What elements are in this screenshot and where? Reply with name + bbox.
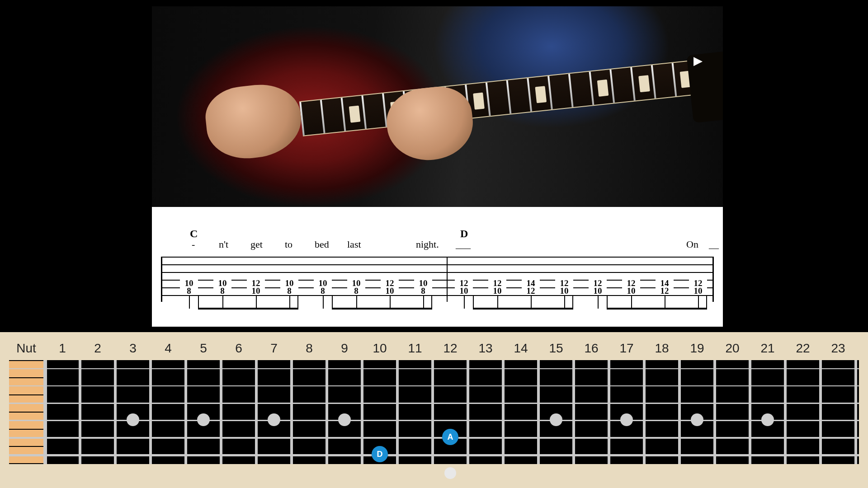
active-note-dot[interactable]: A [442,429,458,445]
fret-number: 8 [306,341,313,356]
fret-number: 20 [725,341,739,356]
interactive-fretboard[interactable]: Nut 123456789101112131415161718192021222… [0,332,868,488]
chord-label: D [460,228,468,240]
fret-number: 18 [655,341,669,356]
tab-line [161,257,714,258]
lyric-word: night. [416,239,439,250]
tab-line [161,264,714,265]
fret-number: 15 [549,341,563,356]
guitar-headstock-graphic [687,48,723,123]
fret-marker-dot [127,413,139,426]
fret-wire [749,360,751,464]
lyric-word: - [192,239,195,250]
fretboard-string[interactable] [9,437,859,439]
tab-beam [607,295,707,310]
fret-number: 16 [584,341,598,356]
fret-wire [678,360,681,464]
fret-number: 1 [59,341,66,356]
fret-marker-bottom [444,467,456,479]
lesson-video-pane: ▶ CD -n'tgettobedlastnight.___On__ 10810… [0,0,868,332]
lyric-word: ___ [456,239,471,250]
fret-number: 14 [514,341,528,356]
fret-wire [572,360,575,464]
fret-marker-dot [691,413,703,426]
fret-wire [184,360,187,464]
fret-wire [643,360,646,464]
active-note-dot[interactable]: D [372,446,388,462]
tab-beam [198,295,298,310]
fret-wire [149,360,152,464]
fret-marker-dot [197,413,210,426]
fret-wire [608,360,610,464]
lyric-word: __ [709,239,719,250]
fret-wire [713,360,716,464]
fret-number: 5 [200,341,207,356]
fret-number: 21 [760,341,774,356]
tab-beam [473,295,573,310]
fret-wire [431,360,434,464]
fretboard-string[interactable] [9,368,859,369]
fret-wire [784,360,787,464]
fret-number: 13 [478,341,492,356]
guitar-video-frame[interactable]: ▶ [152,6,723,207]
fretboard-below-strip [9,464,859,482]
lesson-video-inner: ▶ CD -n'tgettobedlastnight.___On__ 10810… [152,6,723,327]
fret-wire [502,360,505,464]
fret-wire [255,360,258,464]
lyric-word: last [347,239,361,250]
fret-wire [79,360,81,464]
fret-number-row: 1234567891011121314151617181920212223 [0,341,868,359]
fret-number: 9 [341,341,348,356]
fret-marker-dot [620,413,633,426]
fret-wire [326,360,328,464]
fret-marker-dot [268,413,280,426]
fretboard-string[interactable] [9,454,859,456]
tab-stem [189,295,190,309]
fret-wire [361,360,363,464]
fret-number: 17 [619,341,633,356]
fret-number: 19 [690,341,704,356]
lyric-word: to [285,239,292,250]
picking-hand-graphic [203,80,305,162]
fret-number: 6 [235,341,242,356]
lyric-word: bed [315,239,329,250]
fret-number: 11 [408,341,422,356]
lyric-word: On [686,239,698,250]
fret-wire [854,360,857,464]
tab-stem [598,295,599,309]
tab-notation-sheet: CD -n'tgettobedlastnight.___On__ 1081081… [152,207,723,327]
fret-number: 3 [129,341,137,356]
fretboard-string[interactable] [9,385,859,386]
fret-wire [819,360,822,464]
lyric-word: n't [219,239,228,250]
fret-number: 2 [94,341,101,356]
fret-wire [114,360,117,464]
tab-line [161,272,714,273]
fret-wire [220,360,222,464]
fret-number: 22 [796,341,810,356]
lyric-word: get [250,239,263,250]
open-string-column[interactable] [9,360,43,464]
tab-stem [464,295,465,309]
fretboard-surface[interactable]: AD [9,360,859,464]
tab-beam [332,295,432,310]
fret-number: 23 [831,341,845,356]
chord-label: C [190,228,198,240]
fret-wire [467,360,469,464]
fret-marker-dot [761,413,774,426]
fret-number: 10 [373,341,387,356]
tab-staff: 1081081210108108108121010812101210141212… [161,257,714,302]
open-string-cell[interactable] [9,378,43,394]
fret-wire [396,360,399,464]
fret-number: 4 [165,341,172,356]
nut-wire [43,360,47,464]
fret-number: 12 [443,341,457,356]
fret-wire [290,360,293,464]
fret-marker-dot [550,413,562,426]
fret-marker-dot [338,413,351,426]
fret-wire [537,360,540,464]
fretboard-string[interactable] [9,403,859,404]
fret-number: 7 [270,341,278,356]
open-string-cell[interactable] [9,361,43,377]
tab-stem [323,295,324,309]
